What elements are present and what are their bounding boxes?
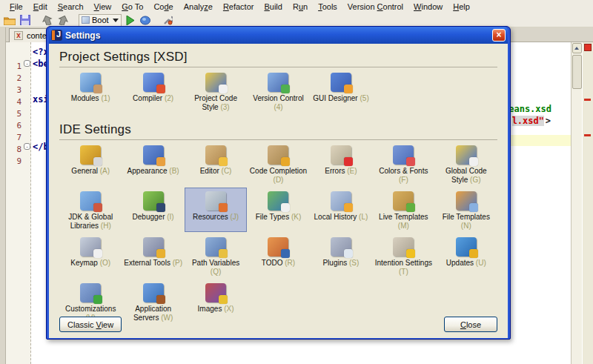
settings-item-local-history[interactable]: Local History (L): [310, 188, 372, 232]
fold-column: --: [24, 42, 31, 364]
menu-code[interactable]: Code: [148, 1, 178, 13]
menu-search[interactable]: Search: [53, 1, 89, 13]
settings-item-path-variables[interactable]: Path Variables (Q): [185, 234, 247, 278]
code-completion-icon: [268, 145, 288, 165]
settings-item-gui-designer[interactable]: GUI Designer (5): [310, 69, 372, 113]
classic-view-button[interactable]: Classic View: [59, 317, 122, 332]
images-icon: [205, 283, 226, 302]
settings-item-editor[interactable]: Editor (C): [185, 142, 247, 186]
editor-icon: [205, 145, 226, 165]
settings-item-label: Path Variables (Q): [186, 259, 245, 276]
menu-window[interactable]: Window: [408, 1, 448, 13]
keymap-icon: [80, 237, 101, 257]
settings-item-label: Updates (U): [446, 259, 486, 268]
settings-item-general[interactable]: General (A): [59, 142, 122, 186]
toolbar-separator: [155, 14, 159, 26]
settings-item-external-tools[interactable]: External Tools (P): [122, 234, 184, 278]
back-icon[interactable]: [41, 14, 54, 26]
settings-item-modules[interactable]: Modules (1): [59, 69, 122, 113]
save-icon[interactable]: [19, 14, 32, 26]
run-icon[interactable]: [124, 14, 137, 26]
settings-item-file-templates[interactable]: File Templates (N): [435, 188, 497, 232]
settings-item-plugins[interactable]: Plugins (S): [310, 234, 372, 278]
application-servers-icon: [143, 283, 164, 302]
settings-item-colors-fonts[interactable]: Colors & Fonts (F): [372, 142, 434, 186]
line-number: 3: [7, 85, 21, 95]
error-stripe-status: [584, 44, 592, 51]
settings-item-label: Errors (E): [325, 167, 357, 176]
scroll-up-icon[interactable]: [572, 43, 582, 53]
dialog-title: Settings: [65, 30, 489, 41]
scrollbar-thumb[interactable]: [572, 55, 582, 89]
close-icon[interactable]: ×: [492, 29, 506, 42]
settings-item-label: General (A): [71, 167, 110, 176]
vertical-scrollbar[interactable]: [571, 42, 582, 364]
settings-item-appearance[interactable]: Appearance (B): [122, 142, 184, 186]
debug-icon[interactable]: [139, 14, 153, 26]
settings-item-label: TODO (R): [262, 259, 295, 268]
menu-tools[interactable]: Tools: [313, 1, 342, 13]
settings-item-code-completion[interactable]: Code Completion (D): [247, 142, 309, 186]
compiler-icon: [143, 73, 164, 92]
settings-item-file-types[interactable]: File Types (K): [247, 188, 309, 232]
menu-help[interactable]: Help: [448, 1, 475, 13]
fold-marker-icon[interactable]: -: [24, 143, 30, 150]
settings-item-version-control[interactable]: Version Control (4): [247, 69, 309, 113]
menu-view[interactable]: View: [89, 1, 117, 13]
open-file-icon[interactable]: [3, 14, 16, 26]
menu-file[interactable]: File: [4, 1, 28, 13]
debugger-icon: [143, 191, 164, 211]
settings-item-label: Editor (C): [200, 167, 232, 176]
settings-item-resources[interactable]: Resources (J): [185, 188, 247, 232]
settings-item-updates[interactable]: Updates (U): [435, 234, 497, 278]
menu-run[interactable]: Run: [288, 1, 313, 13]
forward-icon[interactable]: [56, 14, 70, 26]
settings-item-label: External Tools (P): [124, 259, 182, 268]
settings-item-errors[interactable]: Errors (E): [310, 142, 372, 186]
settings-item-label: Images (X): [198, 305, 234, 314]
settings-item-todo[interactable]: TODO (R): [247, 234, 309, 278]
settings-item-global-code-style[interactable]: Global Code Style (G): [435, 142, 497, 186]
error-mark[interactable]: [584, 134, 591, 136]
dialog-title-bar[interactable]: Settings ×: [49, 27, 508, 44]
code-fragment: >: [546, 116, 551, 126]
run-configuration-combo[interactable]: Boot: [79, 14, 122, 27]
menu-refactor[interactable]: Refactor: [218, 1, 259, 13]
tool-icon[interactable]: [162, 14, 175, 26]
global-code-style-icon: [456, 145, 477, 165]
settings-item-jdk-global-libraries[interactable]: JDK & Global Libraries (H): [59, 188, 122, 232]
settings-item-label: Project Code Style (3): [186, 94, 245, 111]
section-divider: [59, 67, 497, 67]
close-button[interactable]: Close: [444, 317, 497, 332]
live-templates-icon: [393, 191, 414, 211]
error-mark[interactable]: [584, 99, 591, 101]
settings-item-compiler[interactable]: Compiler (2): [122, 69, 184, 113]
menu-build[interactable]: Build: [259, 1, 287, 13]
run-config-label: Boot: [92, 16, 109, 24]
settings-item-project-code-style[interactable]: Project Code Style (3): [185, 69, 247, 113]
line-number: 6: [7, 121, 21, 130]
toolbar-separator: [72, 14, 76, 26]
settings-item-label: File Types (K): [256, 213, 302, 222]
resources-icon: [205, 191, 226, 211]
menu-edit[interactable]: Edit: [28, 1, 53, 13]
code-fragment: eans.xsd: [508, 104, 551, 114]
settings-item-label: Global Code Style (G): [437, 167, 496, 184]
fold-marker-icon[interactable]: -: [24, 60, 30, 67]
run-config-icon: [82, 16, 90, 24]
settings-item-label: Debugger (I): [133, 213, 174, 222]
settings-item-live-templates[interactable]: Live Templates (M): [372, 188, 434, 232]
settings-item-label: Intention Settings (T): [374, 259, 433, 276]
menu-version-control[interactable]: Version Control: [342, 1, 408, 13]
settings-item-intention-settings[interactable]: Intention Settings (T): [372, 234, 434, 278]
line-number: 8: [7, 145, 21, 154]
settings-item-label: Appearance (B): [127, 167, 179, 176]
file-templates-icon: [456, 191, 477, 211]
colors-fonts-icon: [393, 145, 414, 165]
project-code-style-icon: [205, 73, 226, 92]
error-stripe: [583, 42, 593, 364]
settings-item-debugger[interactable]: Debugger (I): [122, 188, 184, 232]
settings-item-keymap[interactable]: Keymap (O): [59, 234, 122, 278]
menu-analyze[interactable]: Analyze: [179, 1, 218, 13]
menu-go-to[interactable]: Go To: [116, 1, 148, 13]
